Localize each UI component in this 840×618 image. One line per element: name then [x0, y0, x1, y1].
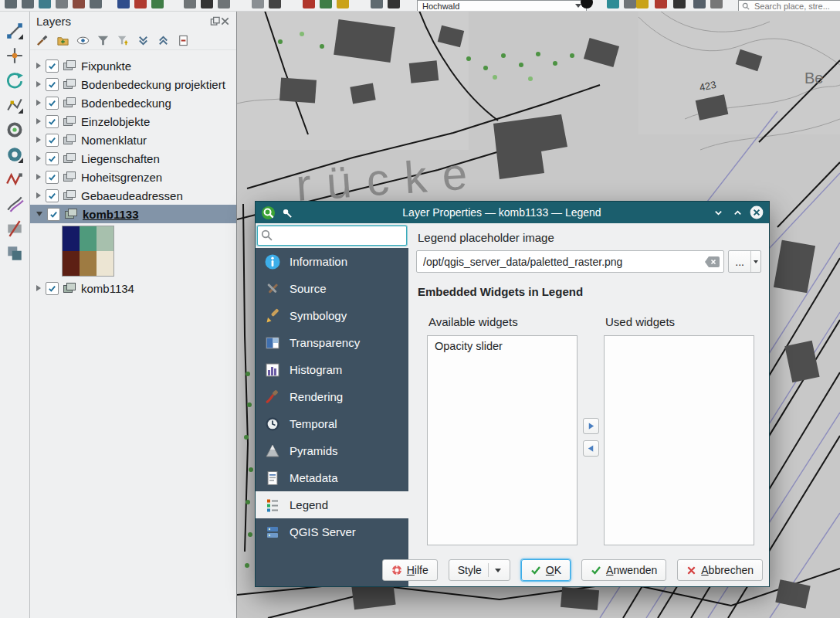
expander-icon[interactable] [36, 118, 41, 124]
list-item-opacity-slider[interactable]: Opacity slider [428, 336, 577, 356]
toolbar-icon[interactable] [5, 0, 17, 8]
toolbar-icon[interactable] [303, 0, 315, 8]
move-left-button[interactable] [583, 440, 599, 457]
tab-temporal[interactable]: Temporal [256, 410, 408, 437]
expander-icon[interactable] [36, 137, 41, 143]
layer-checkbox[interactable] [46, 134, 59, 147]
layer-select-combobox[interactable]: Hochwald [417, 0, 587, 12]
remove-layer-icon[interactable] [177, 34, 190, 47]
reshape-features-icon[interactable] [5, 170, 24, 188]
dialog-titlebar[interactable]: Layer Properties — komb1133 — Legend [256, 202, 769, 223]
toolbar-icon[interactable] [624, 0, 636, 8]
expander-icon[interactable] [36, 192, 41, 199]
toolbar-icon[interactable] [636, 0, 649, 8]
cancel-button[interactable]: Abbrechen [677, 559, 763, 581]
layer-checkbox[interactable] [46, 282, 59, 295]
tab-metadata[interactable]: Metadata [256, 464, 408, 491]
layer-row[interactable]: Nomenklatur [30, 131, 236, 149]
ok-button[interactable]: OK [521, 559, 571, 581]
toolbar-icon[interactable] [388, 0, 400, 8]
layer-checkbox[interactable] [46, 97, 59, 110]
layer-row[interactable]: Gebaeudeadressen [30, 186, 236, 205]
toolbar-icon[interactable] [710, 0, 723, 8]
layer-row[interactable]: Hoheitsgrenzen [30, 168, 236, 186]
toolbar-icon[interactable] [151, 0, 164, 8]
fill-ring-icon[interactable] [5, 145, 24, 164]
placeholder-path-field[interactable] [416, 250, 724, 273]
tab-qgis-server[interactable]: QGIS Server [256, 518, 408, 545]
toolbar-icon[interactable] [371, 0, 383, 8]
tab-symbology[interactable]: Symbology [256, 302, 408, 329]
tab-pyramids[interactable]: Pyramids [256, 437, 408, 464]
toolbar-icon[interactable] [134, 0, 147, 8]
layer-checkbox[interactable] [46, 78, 59, 91]
layer-row-komb1134[interactable]: komb1134 [30, 279, 236, 297]
add-ring-icon[interactable] [5, 121, 24, 139]
add-group-icon[interactable] [56, 34, 69, 47]
toolbar-icon[interactable] [184, 0, 196, 8]
toolbar-icon[interactable] [269, 0, 281, 8]
used-widgets-list[interactable] [604, 335, 754, 545]
help-button[interactable]: Hilfe [382, 559, 438, 581]
placeholder-path-input[interactable] [417, 256, 705, 268]
layer-row[interactable]: Einzelobjekte [30, 112, 236, 131]
tab-information[interactable]: Information [256, 248, 408, 275]
collapse-all-icon[interactable] [157, 34, 170, 47]
toolbar-icon[interactable] [56, 0, 68, 8]
locator-search-input[interactable] [753, 1, 833, 12]
properties-search-input[interactable] [257, 226, 407, 246]
filter-legend-icon[interactable] [97, 34, 110, 47]
move-right-button[interactable] [583, 418, 599, 434]
manage-map-themes-icon[interactable] [76, 34, 90, 47]
expander-icon[interactable] [36, 155, 41, 161]
roll-down-icon[interactable] [711, 205, 725, 219]
layer-row[interactable]: Bodenbedeckung [30, 93, 236, 112]
clear-field-icon[interactable] [705, 256, 720, 267]
maximize-icon[interactable] [730, 205, 744, 219]
offset-curve-icon[interactable] [5, 195, 24, 213]
filter-by-expression-icon[interactable] [117, 34, 130, 47]
split-features-icon[interactable] [5, 219, 24, 238]
expander-icon[interactable] [36, 174, 41, 180]
toolbar-icon[interactable] [320, 0, 332, 8]
close-panel-icon[interactable] [220, 16, 230, 26]
tab-rendering[interactable]: Rendering [256, 383, 408, 410]
vertex-tool-icon[interactable] [5, 22, 24, 40]
toolbar-icon[interactable] [90, 0, 102, 8]
toolbar-icon[interactable] [22, 0, 34, 8]
toolbar-icon[interactable] [693, 0, 706, 8]
style-button[interactable]: Style [449, 559, 510, 581]
layer-checkbox[interactable] [46, 59, 59, 73]
merge-features-icon[interactable] [5, 244, 24, 263]
layer-checkbox[interactable] [46, 171, 59, 184]
toolbar-icon[interactable] [655, 0, 667, 8]
layer-checkbox[interactable] [46, 189, 59, 202]
toolbar-icon[interactable] [201, 0, 213, 8]
layer-row[interactable]: Liegenschaften [30, 149, 236, 168]
expander-icon[interactable] [36, 285, 41, 291]
layer-row[interactable]: Fixpunkte [30, 56, 236, 75]
toolbar-icon[interactable] [252, 0, 264, 8]
chevron-down-icon[interactable] [751, 260, 760, 263]
float-panel-icon[interactable] [210, 16, 220, 26]
move-feature-icon[interactable] [5, 46, 24, 65]
expander-icon[interactable] [36, 212, 42, 216]
apply-button[interactable]: Anwenden [581, 559, 666, 581]
layer-checkbox[interactable] [46, 115, 59, 128]
expander-icon[interactable] [36, 81, 41, 87]
toolbar-icon[interactable] [117, 0, 130, 8]
locator-search[interactable] [738, 0, 840, 12]
toolbar-icon[interactable] [337, 0, 349, 8]
simplify-feature-icon[interactable] [5, 96, 24, 114]
layer-checkbox[interactable] [46, 152, 59, 165]
expander-icon[interactable] [36, 63, 41, 69]
info-circle-icon[interactable] [581, 0, 593, 8]
available-widgets-list[interactable]: Opacity slider [427, 335, 578, 545]
toolbar-icon[interactable] [218, 0, 230, 8]
tab-transparency[interactable]: Transparency [256, 329, 408, 356]
toolbar-icon[interactable] [673, 0, 686, 8]
tab-source[interactable]: Source [256, 275, 408, 302]
open-layer-styling-icon[interactable] [36, 34, 49, 47]
tab-histogram[interactable]: Histogram [256, 356, 408, 383]
tab-legend[interactable]: Legend [256, 491, 408, 518]
